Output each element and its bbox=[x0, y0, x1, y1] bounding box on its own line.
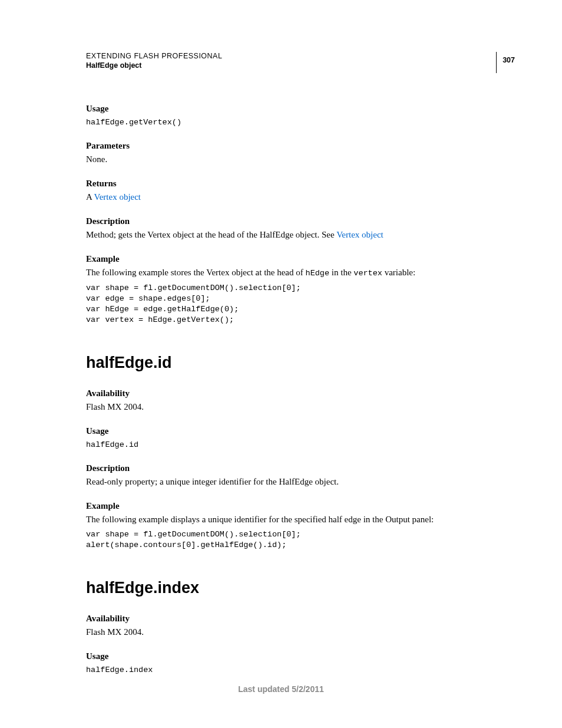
returns-prefix: A bbox=[86, 192, 94, 202]
footer-text: Last updated 5/2/2011 bbox=[0, 684, 562, 694]
returns-label: Returns bbox=[86, 179, 515, 189]
parameters-text: None. bbox=[86, 153, 515, 166]
page-number: 307 bbox=[496, 52, 515, 73]
availability-label: Availability bbox=[86, 614, 515, 624]
doc-subtitle: HalfEdge object bbox=[86, 61, 222, 70]
code-inline: vertex bbox=[353, 269, 382, 278]
example-label: Example bbox=[86, 254, 515, 264]
usage-code: halfEdge.index bbox=[86, 665, 515, 676]
section-heading-id: halfEdge.id bbox=[86, 354, 515, 372]
page-header: EXTENDING FLASH PROFESSIONAL HalfEdge ob… bbox=[86, 52, 515, 73]
description-text: Method; gets the Vertex object at the he… bbox=[86, 229, 515, 241]
example-text-part: variable: bbox=[382, 268, 415, 277]
description-label: Description bbox=[86, 463, 515, 473]
usage-code: halfEdge.id bbox=[86, 440, 515, 450]
example-text: The following example displays a unique … bbox=[86, 513, 515, 526]
example-text: The following example stores the Vertex … bbox=[86, 266, 515, 279]
description-label: Description bbox=[86, 216, 515, 226]
section-heading-index: halfEdge.index bbox=[86, 579, 515, 597]
returns-text: A Vertex object bbox=[86, 191, 515, 203]
example-text-part: The following example stores the Vertex … bbox=[86, 268, 306, 277]
parameters-label: Parameters bbox=[86, 141, 515, 151]
example-code-block: var shape = fl.getDocumentDOM().selectio… bbox=[86, 529, 515, 551]
example-code-block: var shape = fl.getDocumentDOM().selectio… bbox=[86, 283, 515, 325]
usage-code: halfEdge.getVertex() bbox=[86, 117, 515, 128]
availability-text: Flash MX 2004. bbox=[86, 401, 515, 413]
usage-label: Usage bbox=[86, 426, 515, 436]
availability-text: Flash MX 2004. bbox=[86, 626, 515, 638]
availability-label: Availability bbox=[86, 388, 515, 398]
example-label: Example bbox=[86, 501, 515, 511]
description-prefix: Method; gets the Vertex object at the he… bbox=[86, 230, 336, 239]
usage-label: Usage bbox=[86, 651, 515, 661]
description-text: Read-only property; a unique integer ide… bbox=[86, 476, 515, 488]
vertex-object-link[interactable]: Vertex object bbox=[94, 192, 141, 202]
example-text-part: in the bbox=[329, 268, 353, 277]
doc-title: EXTENDING FLASH PROFESSIONAL bbox=[86, 52, 222, 60]
usage-label: Usage bbox=[86, 104, 515, 114]
code-inline: hEdge bbox=[306, 269, 330, 278]
vertex-object-link[interactable]: Vertex object bbox=[336, 230, 384, 239]
